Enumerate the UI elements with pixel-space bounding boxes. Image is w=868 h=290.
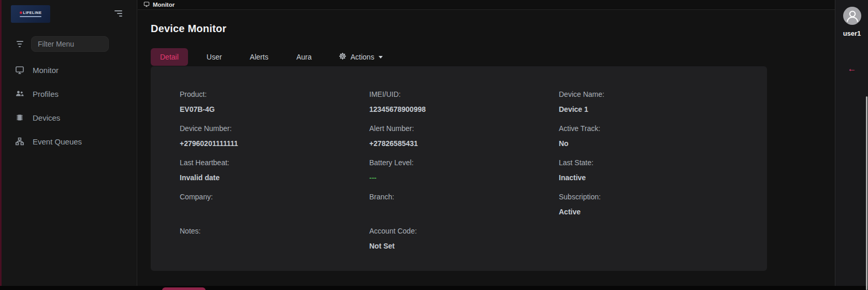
field-last-state: Last State: Inactive (559, 158, 748, 193)
sidebar-collapse-icon[interactable] (112, 9, 122, 18)
field-device-number: Device Number: +27960201111111 (180, 124, 369, 158)
field-notes: Notes: (180, 227, 369, 261)
tab-aura[interactable]: Aura (287, 48, 321, 66)
field-battery-level: Battery Level: --- (369, 158, 559, 193)
sidebar-item-event-queues[interactable]: Event Queues (2, 129, 137, 153)
detail-column-1: Product: EV07B-4G Device Number: +279602… (180, 90, 369, 271)
field-imei-uid: IMEI/UID: 12345678900998 (369, 90, 559, 124)
sidebar: LIFELINE Monitor (2, 0, 137, 290)
brand-logo: LIFELINE (11, 5, 50, 23)
actions-dropdown[interactable]: Actions (339, 52, 383, 62)
field-branch: Branch: (369, 193, 559, 227)
sidebar-nav: Monitor Profiles (2, 58, 137, 153)
detail-column-2: IMEI/UID: 12345678900998 Alert Number: +… (369, 90, 559, 271)
profiles-icon (15, 89, 25, 99)
window-bottom-edge (0, 286, 868, 290)
actions-label: Actions (351, 53, 374, 61)
field-account-code: Account Code: Not Set (369, 227, 559, 261)
detail-tab-bar: Detail User Alerts Aura (151, 48, 383, 66)
logo-text: LIFELINE (23, 11, 42, 15)
field-alert-number: Alert Number: +27826585431 (369, 124, 559, 158)
field-active-track: Active Track: No (559, 124, 748, 158)
field-subscription: Subscription: Active (559, 193, 748, 227)
detail-column-3: Device Name: Device 1 Active Track: No L… (559, 90, 748, 271)
app-window: LIFELINE Monitor (0, 0, 868, 290)
sitemap-icon (15, 136, 25, 147)
monitor-icon (15, 65, 25, 75)
field-company: Company: (180, 193, 369, 227)
field-device-name: Device Name: Device 1 (559, 90, 748, 124)
user-icon (844, 7, 861, 25)
bottom-partial-button[interactable] (162, 287, 206, 290)
username-label: user1 (835, 30, 868, 37)
field-product: Product: EV07B-4G (180, 90, 369, 124)
vertical-scrollbar[interactable] (866, 96, 867, 290)
filter-menu-input[interactable] (31, 36, 109, 52)
collapse-panel-arrow-icon[interactable]: ← (835, 64, 868, 74)
sidebar-item-devices[interactable]: Devices (2, 106, 137, 129)
chip-icon (15, 112, 25, 123)
field-last-heartbeat: Last Heartbeat: Invalid date (180, 158, 369, 193)
open-tab-monitor[interactable]: Monitor (143, 0, 175, 9)
sidebar-item-monitor[interactable]: Monitor (2, 58, 137, 82)
sidebar-filter-row (2, 36, 137, 52)
filter-icon (16, 41, 24, 47)
top-tab-bar: Monitor (138, 0, 835, 10)
chevron-down-icon (379, 56, 383, 59)
logo-signal-icon (20, 11, 22, 14)
sidebar-item-profiles[interactable]: Profiles (2, 82, 137, 106)
page-title: Device Monitor (151, 23, 226, 35)
device-detail-panel: Product: EV07B-4G Device Number: +279602… (151, 66, 767, 271)
tab-user[interactable]: User (197, 48, 232, 66)
tab-detail[interactable]: Detail (151, 48, 188, 66)
tab-alerts[interactable]: Alerts (240, 48, 278, 66)
main-content: Monitor Device Monitor Detail User Alert… (138, 0, 835, 290)
avatar[interactable] (843, 7, 861, 25)
user-sidebar: user1 ← (835, 0, 868, 290)
logo-tagline (20, 16, 41, 17)
monitor-tab-icon (143, 0, 150, 9)
gear-icon (339, 52, 346, 62)
